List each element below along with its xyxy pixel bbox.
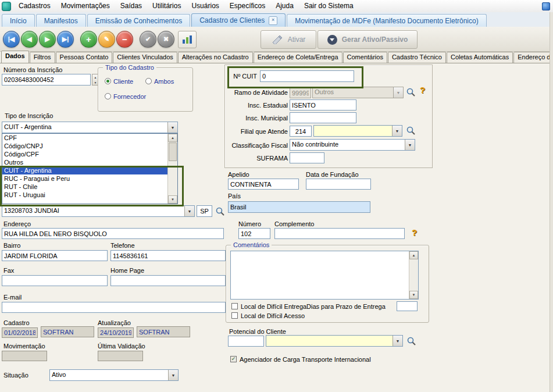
- dropdown-option-selected[interactable]: CUIT - Argentina: [2, 166, 170, 174]
- tipo-inscricao-combo[interactable]: CUIT - Argentina: [2, 122, 178, 133]
- potencial-cliente-input[interactable]: [228, 336, 264, 347]
- menu-usuarios[interactable]: Usuários: [186, 0, 224, 12]
- form-tab-clientes-vinculados[interactable]: Clientes Vinculados: [113, 52, 177, 63]
- dropdown-arrow-icon: [393, 87, 403, 98]
- bairro-input[interactable]: [2, 250, 108, 261]
- edit-button[interactable]: ✎: [98, 31, 115, 48]
- form-tab-pessoas-contato[interactable]: Pessoas Contato: [56, 52, 113, 63]
- cep-municipio-combo[interactable]: 13208703 JUNDIAI: [2, 205, 195, 217]
- uf-input[interactable]: [197, 205, 212, 217]
- scroll-up-icon[interactable]: [168, 134, 177, 142]
- filial-atende-input[interactable]: [290, 126, 312, 137]
- delete-button[interactable]: −: [116, 31, 133, 48]
- ativar-button[interactable]: Ativar: [261, 30, 316, 49]
- dropdown-option[interactable]: RUC - Paraguai e Peru: [2, 174, 170, 183]
- chart-button[interactable]: [178, 31, 197, 48]
- add-button[interactable]: +: [80, 31, 97, 48]
- last-icon: ▶|: [62, 35, 69, 43]
- agenciador-checkbox[interactable]: [230, 356, 237, 362]
- tab-movimentacao-mdfe[interactable]: Movimentação de MDFe (Manifesto Document…: [287, 14, 486, 27]
- numero-input[interactable]: [238, 228, 270, 239]
- dropdown-option[interactable]: Código/CNPJ: [2, 142, 170, 150]
- cep-search-icon[interactable]: [215, 206, 225, 216]
- menu-cadastros[interactable]: Cadastros: [13, 0, 56, 12]
- dificil-entrega-checkbox[interactable]: [231, 303, 238, 309]
- complemento-input[interactable]: [274, 228, 405, 239]
- filial-atende-combo[interactable]: [313, 125, 402, 137]
- ramo-atividade-code-input: [290, 87, 311, 98]
- numero-inscricao-label: Número da Inscrição: [3, 66, 63, 73]
- numero-inscricao-input[interactable]: [2, 74, 91, 85]
- filial-search-icon[interactable]: [406, 126, 416, 136]
- form-tab-endereco-cobranca[interactable]: Endereço de C: [513, 52, 553, 63]
- nav-first-button[interactable]: |◀: [3, 31, 20, 48]
- tab-emissao-conhecimentos[interactable]: Emissão de Conhecimentos: [87, 14, 190, 27]
- nav-next-button[interactable]: ▶: [39, 31, 56, 48]
- form-tab-filtros[interactable]: Filtros: [30, 52, 55, 63]
- pais-input[interactable]: [228, 201, 370, 213]
- tipo-cadastro-group: Tipo do Cadastro: [98, 67, 193, 112]
- data-fundacao-label: Data de Fundação: [306, 171, 359, 178]
- atualizacao-label: Atualização: [98, 319, 131, 326]
- home-page-input[interactable]: [110, 275, 226, 286]
- suframa-input[interactable]: [290, 152, 324, 163]
- form-tab-cadastro-tecnico[interactable]: Cadastro Técnico: [388, 52, 446, 63]
- insc-municipal-input[interactable]: [290, 112, 356, 123]
- filial-atende-label: Filial que Atende: [227, 128, 288, 135]
- gerar-ativo-passivo-button[interactable]: Gerar Ativo/Passivo: [317, 30, 418, 49]
- confirm-button[interactable]: ✔: [140, 31, 156, 48]
- classificacao-fiscal-combo[interactable]: Não contribuinte: [290, 139, 415, 151]
- endereco-label: Endereço: [3, 220, 31, 227]
- menu-ajuda[interactable]: Ajuda: [270, 0, 299, 12]
- form-tabstrip: Dados Filtros Pessoas Contato Clientes V…: [0, 51, 553, 63]
- complemento-label: Complemento: [274, 220, 314, 227]
- potencial-cliente-combo[interactable]: [266, 335, 403, 347]
- menu-especificos[interactable]: Específicos: [224, 0, 270, 12]
- form-tab-comentarios[interactable]: Comentários: [343, 52, 387, 63]
- form-tab-dados[interactable]: Dados: [1, 51, 29, 63]
- ramo-search-icon[interactable]: [406, 87, 416, 97]
- comentarios-textarea[interactable]: [230, 251, 419, 300]
- dropdown-scrollbar[interactable]: [167, 134, 177, 204]
- nav-prev-button[interactable]: ◀: [21, 31, 38, 48]
- menu-sair[interactable]: Sair do Sistema: [299, 0, 359, 12]
- data-fundacao-input[interactable]: [306, 179, 371, 190]
- apelido-input[interactable]: [228, 179, 299, 190]
- form-tab-coletas-automaticas[interactable]: Coletas Automáticas: [447, 52, 513, 63]
- atualizacao-date-field: [98, 327, 134, 338]
- cadastro-label: Cadastro: [3, 319, 30, 326]
- dificil-acesso-checkbox[interactable]: [231, 312, 238, 319]
- nav-last-button[interactable]: ▶|: [57, 31, 74, 48]
- radio-cliente[interactable]: [105, 78, 111, 84]
- tab-manifestos[interactable]: Manifestos: [36, 14, 86, 27]
- endereco-input[interactable]: [2, 228, 224, 239]
- cuit-input[interactable]: [260, 70, 354, 82]
- cancel-button[interactable]: ✖: [158, 31, 174, 48]
- menu-movimentacoes[interactable]: Movimentações: [56, 0, 115, 12]
- dropdown-option[interactable]: RUT - Chile: [2, 183, 170, 191]
- dias-prazo-input[interactable]: [397, 301, 418, 311]
- tab-cadastro-clientes[interactable]: Cadastro de Clientes: [191, 13, 286, 27]
- dropdown-option[interactable]: Código/CPF: [2, 150, 170, 158]
- telefone-input[interactable]: [110, 250, 226, 261]
- potencial-search-icon[interactable]: [406, 336, 416, 346]
- ramo-help-icon[interactable]: ?: [418, 85, 427, 95]
- menu-saidas[interactable]: Saídas: [115, 0, 147, 12]
- situacao-combo[interactable]: Ativo: [49, 369, 179, 381]
- radio-ambos[interactable]: [145, 78, 152, 84]
- tab-inicio[interactable]: Início: [2, 14, 35, 27]
- form-tab-alteracoes-cadastro[interactable]: Alterações no Cadastro: [178, 52, 253, 63]
- scroll-down-icon[interactable]: [168, 195, 177, 204]
- dropdown-option[interactable]: CPF: [2, 134, 170, 142]
- dropdown-option[interactable]: RUT - Uruguai: [2, 191, 170, 199]
- complemento-help-icon[interactable]: ?: [410, 227, 419, 237]
- tab-close-icon[interactable]: [269, 16, 277, 25]
- radio-fornecedor[interactable]: [105, 93, 111, 99]
- form-tab-endereco-coleta[interactable]: Endereço de Coleta/Entrega: [254, 52, 342, 63]
- comentarios-scrollbar[interactable]: [409, 251, 418, 299]
- menu-utilitarios[interactable]: Utilitários: [147, 0, 186, 12]
- email-input[interactable]: [2, 302, 226, 313]
- fax-input[interactable]: [2, 275, 108, 286]
- dropdown-option[interactable]: Outros: [2, 158, 170, 166]
- insc-estadual-input[interactable]: [290, 99, 356, 111]
